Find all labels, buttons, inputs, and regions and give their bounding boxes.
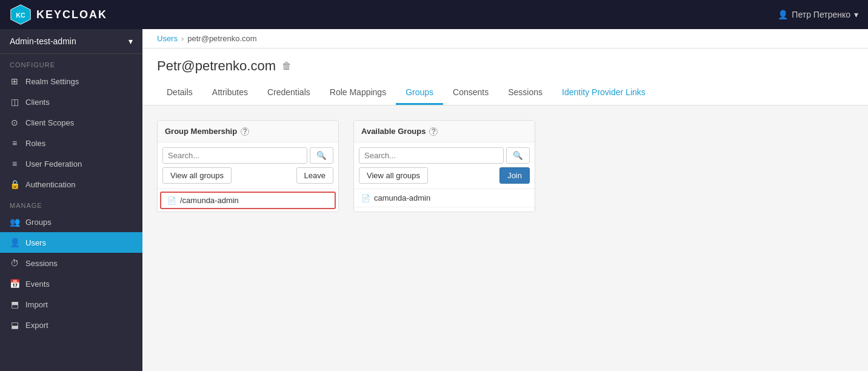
group-membership-help-icon[interactable]: ? [241,127,249,136]
logo-text: KEYCLOAK [36,8,107,21]
available-groups-title: Available Groups [361,127,426,136]
tab-attributes[interactable]: Attributes [202,81,258,105]
available-groups-join-button[interactable]: Join [499,167,530,184]
available-groups-search-row: 🔍 [359,147,530,164]
sidebar-item-import[interactable]: ⬒ Import [0,294,142,315]
logo-area: KC KEYCLOAK [10,4,107,25]
available-group-item-label: camunda-admin [374,193,430,202]
sidebar-item-events[interactable]: 📅 Events [0,273,142,294]
group-membership-list: 📄 /camunda-admin [158,189,338,209]
sidebar-item-export[interactable]: ⬓ Export [0,315,142,335]
sidebar-item-realm-settings[interactable]: ⊞ Realm Settings [0,71,142,92]
available-groups-search-input[interactable] [359,147,504,164]
authentication-icon: 🔒 [10,179,19,189]
tab-role-mappings[interactable]: Role Mappings [320,81,396,105]
import-icon: ⬒ [10,299,19,309]
tab-credentials[interactable]: Credentials [258,81,320,105]
group-membership-action-row: View all groups Leave [162,167,333,184]
events-icon: 📅 [10,279,19,289]
realm-name: Admin-test-admin [10,36,76,46]
manage-section-label: Manage [0,195,142,212]
delete-icon[interactable]: 🗑 [282,61,292,72]
available-groups-panel: Available Groups ? 🔍 View all groups Joi… [353,120,535,212]
sidebar-item-users[interactable]: 👤 Users [0,232,142,253]
content-area: Users › petr@petrenko.com Petr@petrenko.… [142,29,868,371]
sidebar-item-label: Events [25,279,50,289]
sidebar-item-label: Realm Settings [25,77,79,86]
breadcrumb-separator: › [181,34,184,43]
main-layout: Admin-test-admin ▾ Configure ⊞ Realm Set… [0,29,868,371]
tab-groups[interactable]: Groups [396,81,443,105]
user-menu[interactable]: 👤 Петр Петренко ▾ [778,10,858,19]
realm-selector[interactable]: Admin-test-admin ▾ [0,29,142,54]
sidebar: Admin-test-admin ▾ Configure ⊞ Realm Set… [0,29,142,371]
tab-consents[interactable]: Consents [443,81,498,105]
group-membership-controls: 🔍 View all groups Leave [158,142,338,189]
realm-settings-icon: ⊞ [10,76,19,86]
user-menu-chevron: ▾ [854,10,858,19]
tab-identity-provider-links[interactable]: Identity Provider Links [552,81,655,105]
available-groups-list: 📄 camunda-admin [354,189,535,207]
available-groups-action-row: View all groups Join [359,167,530,184]
group-membership-title: Group Membership [165,127,237,136]
tab-details[interactable]: Details [157,81,202,105]
svg-text:KC: KC [16,12,25,19]
group-membership-leave-button[interactable]: Leave [296,167,333,184]
available-group-item-icon: 📄 [361,194,370,202]
sidebar-item-label: Groups [25,218,52,227]
sidebar-item-authentication[interactable]: 🔒 Authentication [0,174,142,195]
tab-content: Group Membership ? 🔍 View all groups Lea… [142,105,868,227]
sidebar-item-client-scopes[interactable]: ⊙ Client Scopes [0,112,142,133]
sidebar-item-clients[interactable]: ◫ Clients [0,92,142,112]
available-groups-view-all-button[interactable]: View all groups [359,167,428,184]
export-icon: ⬓ [10,320,19,330]
top-navbar: KC KEYCLOAK 👤 Петр Петренко ▾ [0,0,868,29]
sidebar-item-label: Roles [25,139,45,148]
configure-section-label: Configure [0,54,142,71]
available-groups-help-icon[interactable]: ? [429,127,438,136]
user-icon: 👤 [778,10,788,19]
sidebar-item-label: Clients [25,98,50,107]
group-item-label: /camunda-admin [180,196,239,205]
group-membership-view-all-button[interactable]: View all groups [162,167,232,184]
group-membership-header: Group Membership ? [158,121,338,142]
clients-icon: ◫ [10,97,19,107]
sidebar-item-label: Authentication [25,180,75,189]
breadcrumb: Users › petr@petrenko.com [142,29,868,48]
sessions-icon: ⏱ [10,258,19,268]
client-scopes-icon: ⊙ [10,118,19,127]
breadcrumb-current: petr@petrenko.com [187,34,256,43]
page-title: Petr@petrenko.com [157,58,276,74]
group-membership-search-input[interactable] [162,147,307,164]
user-name: Петр Петренко [792,10,850,19]
sidebar-item-label: Users [25,238,46,247]
tab-sessions[interactable]: Sessions [498,81,552,105]
page-header: Petr@petrenko.com 🗑 Details Attributes C… [142,48,868,105]
sidebar-item-user-federation[interactable]: ≡ User Federation [0,153,142,174]
group-membership-search-row: 🔍 [162,147,333,164]
users-icon: 👤 [10,238,19,247]
groups-icon: 👥 [10,217,19,227]
keycloak-logo-icon: KC [10,4,32,25]
available-groups-item[interactable]: 📄 camunda-admin [354,189,535,207]
breadcrumb-parent-link[interactable]: Users [157,34,178,43]
realm-chevron: ▾ [129,36,133,46]
group-item-icon: 📄 [167,196,176,205]
tabs: Details Attributes Credentials Role Mapp… [157,81,853,105]
sidebar-item-label: Sessions [25,259,58,268]
sidebar-item-label: Import [25,300,48,309]
sidebar-item-sessions[interactable]: ⏱ Sessions [0,253,142,273]
sidebar-item-roles[interactable]: ≡ Roles [0,133,142,153]
available-groups-header: Available Groups ? [354,121,535,142]
sidebar-item-groups[interactable]: 👥 Groups [0,212,142,232]
page-title-row: Petr@petrenko.com 🗑 [157,58,853,74]
sidebar-item-label: User Federation [25,159,82,169]
groups-row: Group Membership ? 🔍 View all groups Lea… [157,120,853,212]
available-groups-controls: 🔍 View all groups Join [354,142,535,189]
group-membership-search-button[interactable]: 🔍 [310,147,333,164]
roles-icon: ≡ [10,138,19,148]
group-membership-item[interactable]: 📄 /camunda-admin [160,192,336,209]
available-groups-search-button[interactable]: 🔍 [506,147,530,164]
user-federation-icon: ≡ [10,159,19,169]
group-membership-panel: Group Membership ? 🔍 View all groups Lea… [157,120,339,212]
